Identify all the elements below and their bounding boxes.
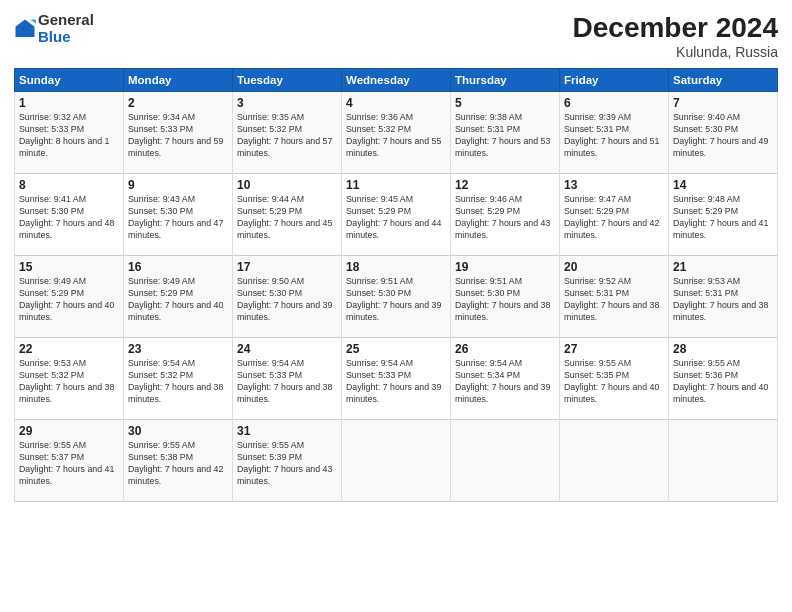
day-number: 12	[455, 178, 555, 192]
day-info: Sunrise: 9:46 AMSunset: 5:29 PMDaylight:…	[455, 194, 550, 240]
day-info: Sunrise: 9:47 AMSunset: 5:29 PMDaylight:…	[564, 194, 659, 240]
table-row: 6Sunrise: 9:39 AMSunset: 5:31 PMDaylight…	[560, 92, 669, 174]
svg-marker-0	[15, 19, 34, 37]
day-info: Sunrise: 9:32 AMSunset: 5:33 PMDaylight:…	[19, 112, 109, 158]
table-row: 31Sunrise: 9:55 AMSunset: 5:39 PMDayligh…	[233, 420, 342, 502]
col-wednesday: Wednesday	[342, 69, 451, 92]
table-row: 4Sunrise: 9:36 AMSunset: 5:32 PMDaylight…	[342, 92, 451, 174]
table-row: 21Sunrise: 9:53 AMSunset: 5:31 PMDayligh…	[669, 256, 778, 338]
day-number: 23	[128, 342, 228, 356]
day-number: 19	[455, 260, 555, 274]
day-number: 25	[346, 342, 446, 356]
day-number: 31	[237, 424, 337, 438]
day-info: Sunrise: 9:49 AMSunset: 5:29 PMDaylight:…	[128, 276, 223, 322]
col-sunday: Sunday	[15, 69, 124, 92]
day-number: 16	[128, 260, 228, 274]
day-number: 11	[346, 178, 446, 192]
day-info: Sunrise: 9:34 AMSunset: 5:33 PMDaylight:…	[128, 112, 223, 158]
day-info: Sunrise: 9:54 AMSunset: 5:32 PMDaylight:…	[128, 358, 223, 404]
day-number: 13	[564, 178, 664, 192]
svg-marker-1	[30, 19, 36, 23]
table-row: 24Sunrise: 9:54 AMSunset: 5:33 PMDayligh…	[233, 338, 342, 420]
day-info: Sunrise: 9:50 AMSunset: 5:30 PMDaylight:…	[237, 276, 332, 322]
day-number: 14	[673, 178, 773, 192]
logo-icon	[14, 18, 36, 40]
day-info: Sunrise: 9:54 AMSunset: 5:33 PMDaylight:…	[237, 358, 332, 404]
table-row: 13Sunrise: 9:47 AMSunset: 5:29 PMDayligh…	[560, 174, 669, 256]
calendar-week-5: 29Sunrise: 9:55 AMSunset: 5:37 PMDayligh…	[15, 420, 778, 502]
day-number: 28	[673, 342, 773, 356]
table-row: 8Sunrise: 9:41 AMSunset: 5:30 PMDaylight…	[15, 174, 124, 256]
day-info: Sunrise: 9:41 AMSunset: 5:30 PMDaylight:…	[19, 194, 114, 240]
table-row: 20Sunrise: 9:52 AMSunset: 5:31 PMDayligh…	[560, 256, 669, 338]
day-info: Sunrise: 9:54 AMSunset: 5:34 PMDaylight:…	[455, 358, 550, 404]
table-row: 5Sunrise: 9:38 AMSunset: 5:31 PMDaylight…	[451, 92, 560, 174]
calendar-body: 1Sunrise: 9:32 AMSunset: 5:33 PMDaylight…	[15, 92, 778, 502]
day-info: Sunrise: 9:55 AMSunset: 5:37 PMDaylight:…	[19, 440, 114, 486]
table-row: 9Sunrise: 9:43 AMSunset: 5:30 PMDaylight…	[124, 174, 233, 256]
title-block: December 2024 Kulunda, Russia	[573, 12, 778, 60]
calendar-container: General Blue December 2024 Kulunda, Russ…	[0, 0, 792, 612]
calendar-table: Sunday Monday Tuesday Wednesday Thursday…	[14, 68, 778, 502]
day-info: Sunrise: 9:38 AMSunset: 5:31 PMDaylight:…	[455, 112, 550, 158]
col-saturday: Saturday	[669, 69, 778, 92]
day-number: 1	[19, 96, 119, 110]
table-row: 15Sunrise: 9:49 AMSunset: 5:29 PMDayligh…	[15, 256, 124, 338]
header-row: Sunday Monday Tuesday Wednesday Thursday…	[15, 69, 778, 92]
day-info: Sunrise: 9:53 AMSunset: 5:32 PMDaylight:…	[19, 358, 114, 404]
day-number: 10	[237, 178, 337, 192]
table-row: 30Sunrise: 9:55 AMSunset: 5:38 PMDayligh…	[124, 420, 233, 502]
day-number: 9	[128, 178, 228, 192]
day-info: Sunrise: 9:40 AMSunset: 5:30 PMDaylight:…	[673, 112, 768, 158]
table-row: 16Sunrise: 9:49 AMSunset: 5:29 PMDayligh…	[124, 256, 233, 338]
day-info: Sunrise: 9:43 AMSunset: 5:30 PMDaylight:…	[128, 194, 223, 240]
day-number: 2	[128, 96, 228, 110]
day-info: Sunrise: 9:36 AMSunset: 5:32 PMDaylight:…	[346, 112, 441, 158]
day-info: Sunrise: 9:35 AMSunset: 5:32 PMDaylight:…	[237, 112, 332, 158]
day-info: Sunrise: 9:55 AMSunset: 5:35 PMDaylight:…	[564, 358, 659, 404]
col-thursday: Thursday	[451, 69, 560, 92]
table-row	[342, 420, 451, 502]
col-monday: Monday	[124, 69, 233, 92]
table-row: 18Sunrise: 9:51 AMSunset: 5:30 PMDayligh…	[342, 256, 451, 338]
calendar-week-1: 1Sunrise: 9:32 AMSunset: 5:33 PMDaylight…	[15, 92, 778, 174]
day-number: 29	[19, 424, 119, 438]
day-number: 18	[346, 260, 446, 274]
table-row: 17Sunrise: 9:50 AMSunset: 5:30 PMDayligh…	[233, 256, 342, 338]
day-info: Sunrise: 9:55 AMSunset: 5:38 PMDaylight:…	[128, 440, 223, 486]
day-number: 21	[673, 260, 773, 274]
table-row: 29Sunrise: 9:55 AMSunset: 5:37 PMDayligh…	[15, 420, 124, 502]
day-number: 30	[128, 424, 228, 438]
logo: General Blue	[14, 12, 94, 45]
day-number: 8	[19, 178, 119, 192]
table-row: 3Sunrise: 9:35 AMSunset: 5:32 PMDaylight…	[233, 92, 342, 174]
logo-blue: Blue	[38, 29, 94, 46]
table-row	[560, 420, 669, 502]
table-row: 11Sunrise: 9:45 AMSunset: 5:29 PMDayligh…	[342, 174, 451, 256]
day-info: Sunrise: 9:52 AMSunset: 5:31 PMDaylight:…	[564, 276, 659, 322]
table-row: 1Sunrise: 9:32 AMSunset: 5:33 PMDaylight…	[15, 92, 124, 174]
table-row: 12Sunrise: 9:46 AMSunset: 5:29 PMDayligh…	[451, 174, 560, 256]
col-friday: Friday	[560, 69, 669, 92]
table-row: 28Sunrise: 9:55 AMSunset: 5:36 PMDayligh…	[669, 338, 778, 420]
table-row: 23Sunrise: 9:54 AMSunset: 5:32 PMDayligh…	[124, 338, 233, 420]
day-number: 3	[237, 96, 337, 110]
table-row	[451, 420, 560, 502]
day-info: Sunrise: 9:48 AMSunset: 5:29 PMDaylight:…	[673, 194, 768, 240]
day-number: 20	[564, 260, 664, 274]
table-row: 22Sunrise: 9:53 AMSunset: 5:32 PMDayligh…	[15, 338, 124, 420]
day-number: 4	[346, 96, 446, 110]
month-title: December 2024	[573, 12, 778, 44]
day-number: 26	[455, 342, 555, 356]
col-tuesday: Tuesday	[233, 69, 342, 92]
calendar-week-4: 22Sunrise: 9:53 AMSunset: 5:32 PMDayligh…	[15, 338, 778, 420]
table-row: 27Sunrise: 9:55 AMSunset: 5:35 PMDayligh…	[560, 338, 669, 420]
day-number: 5	[455, 96, 555, 110]
table-row: 25Sunrise: 9:54 AMSunset: 5:33 PMDayligh…	[342, 338, 451, 420]
day-number: 22	[19, 342, 119, 356]
day-info: Sunrise: 9:51 AMSunset: 5:30 PMDaylight:…	[346, 276, 441, 322]
calendar-week-3: 15Sunrise: 9:49 AMSunset: 5:29 PMDayligh…	[15, 256, 778, 338]
day-info: Sunrise: 9:53 AMSunset: 5:31 PMDaylight:…	[673, 276, 768, 322]
day-info: Sunrise: 9:55 AMSunset: 5:39 PMDaylight:…	[237, 440, 332, 486]
calendar-week-2: 8Sunrise: 9:41 AMSunset: 5:30 PMDaylight…	[15, 174, 778, 256]
